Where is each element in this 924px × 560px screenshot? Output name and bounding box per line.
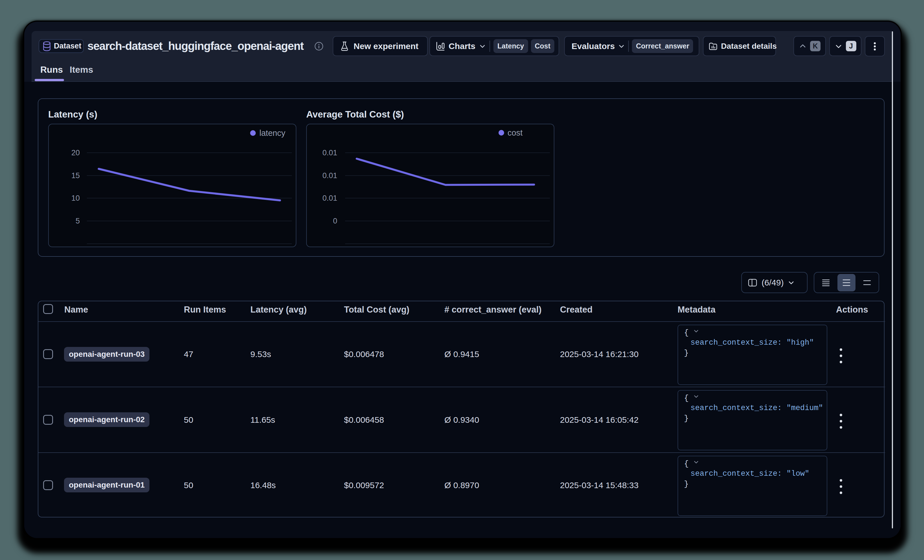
svg-text:0.01: 0.01 xyxy=(322,171,337,180)
svg-text:0: 0 xyxy=(333,217,337,225)
svg-text:latency: latency xyxy=(260,129,285,138)
svg-text:10: 10 xyxy=(71,194,80,202)
svg-text:20: 20 xyxy=(71,148,80,157)
svg-text:cost: cost xyxy=(507,128,522,137)
svg-text:15: 15 xyxy=(71,171,80,180)
svg-text:5: 5 xyxy=(76,217,80,225)
svg-text:0.01: 0.01 xyxy=(322,148,337,157)
svg-text:0.01: 0.01 xyxy=(322,194,337,202)
